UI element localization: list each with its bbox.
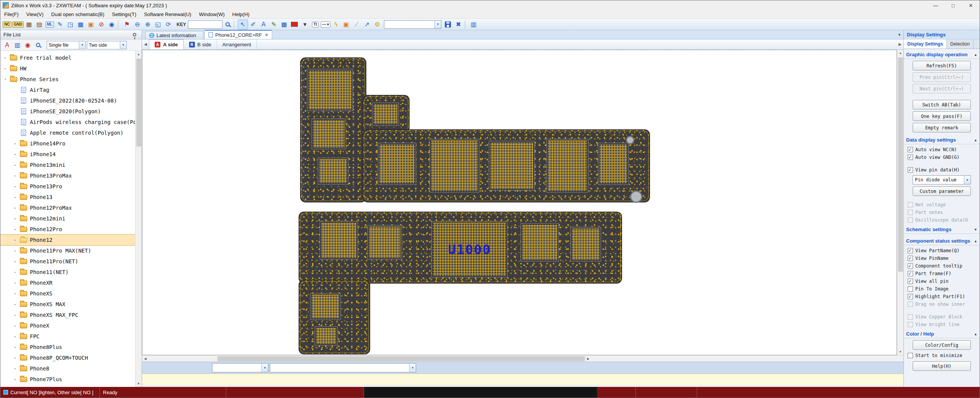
checkbox-row[interactable]: Component tooltip [904,262,980,270]
tree-item[interactable]: AirTag [0,85,135,95]
tree-expand-icon[interactable]: ▸ [14,142,20,145]
tree-item[interactable]: ▸ Phone13Pro [0,181,135,192]
document-tab[interactable]: Phone12_CORE+RF × [204,30,272,39]
toolbar-combobox[interactable] [384,20,441,29]
forbid-icon[interactable]: ⊘ [96,20,106,29]
scroll-thumb[interactable] [898,57,903,272]
panel-tab[interactable]: Detection [947,39,973,49]
checkbox-row[interactable]: Pin To Image [904,285,980,293]
section-component-status-settings[interactable]: Component status settings ▲ [904,235,980,245]
wrench-gear-icon[interactable]: ⚙ [372,20,382,29]
save-icon[interactable] [443,20,453,29]
collapse-arrow-icon[interactable]: ▲ [974,332,977,336]
ic-component[interactable] [521,223,559,261]
ic-component[interactable] [546,139,588,192]
tab-scroll-right-icon[interactable]: ▶ [897,42,903,46]
tree-item[interactable]: ▸ Phone7Plus [0,374,135,385]
combo-dropdown-icon[interactable] [409,364,416,372]
panel-button[interactable]: One key pass(F) [913,111,971,121]
document-tab[interactable]: Latest information [145,31,203,39]
section-color-help[interactable]: Color / Help ▲ [904,328,980,338]
tree-expand-icon[interactable]: ▸ [14,174,20,178]
menu-item[interactable]: Software Renewal(U) [140,10,195,18]
tree-item[interactable]: ▸ Phone8 [0,363,135,374]
pointer-arrow-icon[interactable]: ↗ [362,20,372,29]
ic-component[interactable] [489,141,535,191]
pad-grid-icon[interactable]: ▦ [24,20,34,29]
layer-view-icon[interactable]: ▣ [86,20,96,29]
tree-item[interactable]: iPhoneSE_2022(820-02524-08) [0,95,135,106]
ic-component[interactable] [320,221,358,259]
checkbox-row[interactable]: Part notes [904,209,980,216]
checkbox-row[interactable]: Part frame(F) [904,270,980,277]
checkbox-row[interactable]: View PartName(Q) [904,247,980,254]
menu-item[interactable]: Settings(T) [108,10,140,18]
combo-dropdown-icon[interactable] [434,21,441,28]
checkbox-row[interactable]: Net voltage [904,201,980,209]
tree-item[interactable]: ▾ Phone Series [0,74,135,85]
section-schematic-settings[interactable]: Schematic settings ▼ [904,224,980,234]
key-search-input[interactable] [188,20,222,29]
tree-expand-icon[interactable]: ▸ [14,152,20,156]
tree-item[interactable]: ▸ Phone8P_QCOM+TOUCH [0,352,135,363]
checkbox-row[interactable]: Auto view GND(G) [904,153,980,161]
scroll-thumb[interactable] [217,356,585,361]
ic-component[interactable] [598,143,629,185]
search-key-icon[interactable] [222,20,233,29]
ic-component[interactable] [570,227,601,261]
tree-item[interactable]: ▸ PhoneX [0,320,135,331]
nc-button[interactable]: NC [2,20,12,29]
tree-item[interactable]: ▸ Phone13ProMax [0,170,135,181]
collapse-arrow-icon[interactable]: ▼ [974,228,977,232]
canvas-horizontal-scrollbar[interactable] [142,355,903,362]
pcb-canvas[interactable]: U1000 [142,50,897,355]
mark-a-icon[interactable]: A [2,40,12,50]
tree-item[interactable]: ▸ Free trial model [0,52,135,63]
combo-dropdown-icon[interactable] [79,41,85,49]
tree-item[interactable]: ▸ FPC [0,331,135,342]
tree-expand-icon[interactable]: ▸ [14,345,20,349]
tree-expand-icon[interactable]: ▸ [14,227,20,231]
tree-expand-icon[interactable]: ▸ [14,217,20,220]
tree-expand-icon[interactable]: ▸ [14,270,20,274]
checkbox-row[interactable]: View Copper Block [904,313,980,321]
panel-tab[interactable]: Display Settings [904,39,947,49]
fit-screen-icon[interactable]: ◳ [65,20,75,29]
tree-expand-icon[interactable]: ▸ [14,259,20,263]
flag-icon[interactable]: ⚑ [122,20,132,29]
custom-parameter-button[interactable]: Custom parameter [913,186,971,196]
tree-expand-icon[interactable]: ▸ [14,334,20,338]
tree-item[interactable]: ▸ HW [0,63,135,74]
panel-button[interactable]: Empty remark [913,123,971,132]
combo-dropdown-icon[interactable] [964,176,970,184]
tree-item[interactable]: Apple remote control(Polygon) [0,127,135,138]
zoom-in-icon[interactable]: ⊕ [142,20,153,29]
panel-button[interactable]: Next pin(Ctrl+→) [913,84,971,93]
tab-overflow-icon[interactable]: ▼ [898,33,901,37]
tree-expand-icon[interactable]: ▸ [14,313,20,317]
checkbox-row[interactable]: View PinName [904,254,980,262]
tab-close-icon[interactable]: × [265,32,268,38]
ic-component[interactable] [372,103,399,126]
panel-button[interactable]: Refresh(F5) [913,61,971,70]
tree-item[interactable]: ▸ Phone12ProMax [0,202,135,213]
pin-data-combobox[interactable]: Pin diode value [913,175,971,184]
location-pin-icon[interactable]: ◉ [23,40,33,50]
tree-expand-icon[interactable]: ▸ [14,324,20,328]
tree-expand-icon[interactable]: ▸ [14,377,20,381]
zoom-out-icon[interactable]: ⊖ [132,20,142,29]
tree-item[interactable]: iPhoneSE_2020(Polygon) [0,106,135,117]
tree-item[interactable]: ▸ PhoneXR [0,277,135,288]
color-config-button[interactable]: Color/Config [913,340,971,350]
checkbox-row[interactable]: View pin data(H) [904,166,980,174]
font-size-icon[interactable]: Tt [310,20,320,29]
ic-component[interactable] [307,69,353,111]
tree-item[interactable]: AirPods wireless charging case(Polyg [0,117,135,127]
checkbox-row[interactable]: View bright line [904,321,980,328]
lightning-icon[interactable]: ϟ [331,20,341,29]
collapse-arrow-icon[interactable]: ▲ [974,239,977,243]
ic-component[interactable] [368,225,402,259]
tree-item[interactable]: ▸ Phone11(NET) [0,267,135,277]
tree-item[interactable]: ▸ Phone12mini [0,213,135,224]
tree-item[interactable]: ▸ iPhone14 [0,149,135,160]
